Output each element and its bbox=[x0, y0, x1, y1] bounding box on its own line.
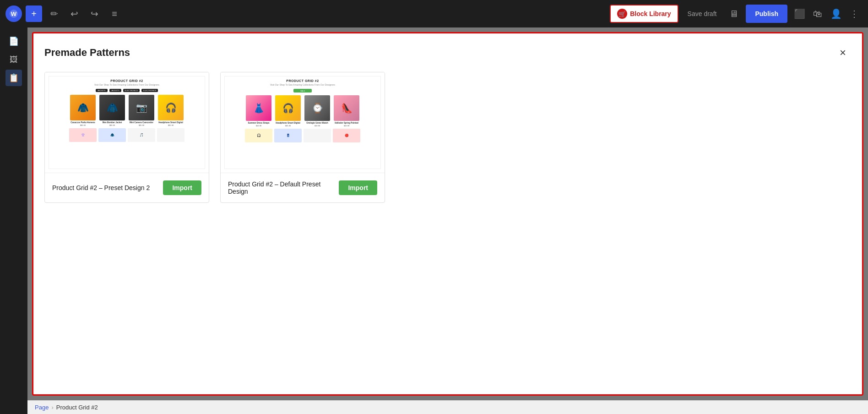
left-sidebar: 📄 🖼 📋 bbox=[0, 27, 27, 414]
product-image: 🎧 bbox=[158, 95, 184, 120]
product-image: 🧥 bbox=[70, 95, 96, 120]
toolbar-right-icons: ⬛ 🛍 👤 ⋮ bbox=[791, 5, 863, 22]
modal-header: Premade Patterns × bbox=[44, 44, 851, 61]
preview-products-row-1: 🧥 Casaccos Parka Homens $90.00 🧥 Men Bom… bbox=[69, 95, 184, 126]
wp-logo[interactable]: W bbox=[5, 5, 22, 22]
pattern-footer-2: Product Grid #2 – Default Preset Design … bbox=[221, 173, 385, 202]
sidebar-icon-page[interactable]: 📄 bbox=[5, 33, 22, 49]
preview-product-small bbox=[157, 128, 184, 142]
preview-product-small: 🔴 bbox=[333, 129, 360, 142]
pattern-card-1: PRODUCT GRID #2 Visit Our Shop To See Am… bbox=[44, 72, 209, 203]
preview-product: 🧥 Men Bomber Jacket $90.00 bbox=[98, 95, 126, 126]
svg-text:W: W bbox=[11, 11, 17, 17]
cat-tab: JACKETS bbox=[109, 89, 121, 92]
publish-button[interactable]: Publish bbox=[746, 5, 787, 23]
pattern-name-1: Product Grid #2 – Preset Design 2 bbox=[52, 184, 150, 191]
block-library-icon: 🛒 bbox=[617, 9, 627, 19]
product-image: 👗 bbox=[246, 95, 271, 121]
preview-subtitle-1: Visit Our Shop To See Amazing Collection… bbox=[94, 83, 159, 86]
main-content: Pr S Premade Patterns × PRODUCT GRID #2 bbox=[27, 27, 868, 414]
toolbar: W + ✏ ↩ ↪ ≡ 🛒 Block Library Save draft 🖥… bbox=[0, 0, 868, 27]
preview-product-small: 👖 bbox=[274, 129, 302, 142]
publish-label: Publish bbox=[755, 10, 778, 17]
close-icon: × bbox=[840, 46, 846, 59]
import-button-2[interactable]: Import bbox=[339, 180, 377, 195]
import-button-1[interactable]: Import bbox=[163, 180, 201, 195]
breadcrumb-root[interactable]: Page bbox=[35, 404, 49, 411]
pattern-card-2: PRODUCT GRID #2 Visit Our Shop To See Am… bbox=[220, 72, 385, 203]
cat-tab: ELECTRONICS bbox=[141, 89, 158, 92]
product-image: 🎧 bbox=[275, 95, 301, 121]
preview-product: 👗 Summer Dress Straps $19.90 bbox=[245, 95, 272, 127]
save-draft-label: Save draft bbox=[688, 10, 717, 17]
preview-icon[interactable]: 🖥 bbox=[726, 5, 742, 22]
pattern-footer-1: Product Grid #2 – Preset Design 2 Import bbox=[45, 173, 209, 202]
preview-products-row2-1: 👚 🧥 🎵 bbox=[69, 128, 184, 142]
more-options-icon[interactable]: ⋮ bbox=[846, 5, 863, 22]
preview-product: 👠 Hellodor Spring Pointed $19.99 bbox=[333, 95, 360, 127]
cat-tab: ELECTRONICS bbox=[123, 89, 140, 92]
preview-product-small bbox=[304, 129, 331, 142]
save-draft-button[interactable]: Save draft bbox=[682, 5, 722, 23]
preview-product-small: 🧥 bbox=[98, 128, 126, 142]
preview-cats-1: JACKETS JACKETS ELECTRONICS ELECTRONICS bbox=[96, 89, 158, 92]
modal-title: Premade Patterns bbox=[44, 47, 130, 59]
modal-overlay[interactable]: Premade Patterns × PRODUCT GRID #2 Visit… bbox=[27, 27, 868, 400]
preview-product-small: 🎧 bbox=[245, 129, 272, 142]
product-image: 🧥 bbox=[99, 95, 125, 120]
patterns-grid: PRODUCT GRID #2 Visit Our Shop To See Am… bbox=[44, 72, 851, 203]
preview-product-small: 🎵 bbox=[128, 128, 155, 142]
sidebar-icon-image[interactable]: 🖼 bbox=[5, 51, 22, 68]
block-library-button[interactable]: 🛒 Block Library bbox=[610, 5, 678, 23]
preview-title-2: PRODUCT GRID #2 bbox=[286, 79, 319, 82]
modal-panel: Premade Patterns × PRODUCT GRID #2 Visit… bbox=[32, 32, 863, 396]
preview-products-row2-2: 🎧 👖 🔴 bbox=[245, 129, 360, 142]
product-image: 👠 bbox=[334, 95, 359, 121]
undo-button[interactable]: ↩ bbox=[66, 5, 82, 22]
modal-close-button[interactable]: × bbox=[835, 44, 851, 61]
breadcrumb-bar: Page › Product Grid #2 bbox=[27, 400, 868, 414]
redo-button[interactable]: ↪ bbox=[86, 5, 103, 22]
add-block-button[interactable]: + bbox=[26, 5, 42, 22]
preview-product: 🧥 Casaccos Parka Homens $90.00 bbox=[69, 95, 97, 126]
sale-badge: SALE bbox=[293, 89, 312, 93]
breadcrumb-separator: › bbox=[51, 404, 53, 411]
sidebar-icon-list[interactable]: 📋 bbox=[5, 70, 22, 86]
user-icon[interactable]: 👤 bbox=[828, 5, 844, 22]
block-library-label: Block Library bbox=[630, 10, 671, 17]
bag-icon[interactable]: 🛍 bbox=[809, 5, 826, 22]
cat-tab: JACKETS bbox=[96, 89, 108, 92]
preview-product-small: 👚 bbox=[69, 128, 97, 142]
product-image: 📷 bbox=[129, 95, 154, 120]
preview-subtitle-2: Visit Our Shop To See Amazing Collection… bbox=[270, 83, 335, 86]
preview-product: 🎧 Headphone Smart Digital $35.90 bbox=[157, 95, 184, 126]
list-view-button[interactable]: ≡ bbox=[106, 5, 123, 22]
pattern-name-2: Product Grid #2 – Default Preset Design bbox=[228, 180, 339, 195]
edit-icon[interactable]: ✏ bbox=[46, 5, 62, 22]
preview-product: ⌚ Orologio Uomo Watch $19.99 bbox=[304, 95, 331, 127]
breadcrumb-current: Product Grid #2 bbox=[56, 404, 98, 411]
preview-product: 🎧 Headphone Smart Digital $35.90 bbox=[274, 95, 302, 127]
pattern-preview-1: PRODUCT GRID #2 Visit Our Shop To See Am… bbox=[45, 72, 209, 173]
preview-title-1: PRODUCT GRID #2 bbox=[110, 79, 143, 82]
preview-product: 📷 Mini Camera Camcorder $35.90 bbox=[128, 95, 155, 126]
pattern-preview-2: PRODUCT GRID #2 Visit Our Shop To See Am… bbox=[221, 72, 385, 173]
view-toggle-icon[interactable]: ⬛ bbox=[791, 5, 808, 22]
preview-products-row-2: 👗 Summer Dress Straps $19.90 🎧 Headphone… bbox=[245, 95, 360, 127]
product-image: ⌚ bbox=[304, 95, 330, 121]
